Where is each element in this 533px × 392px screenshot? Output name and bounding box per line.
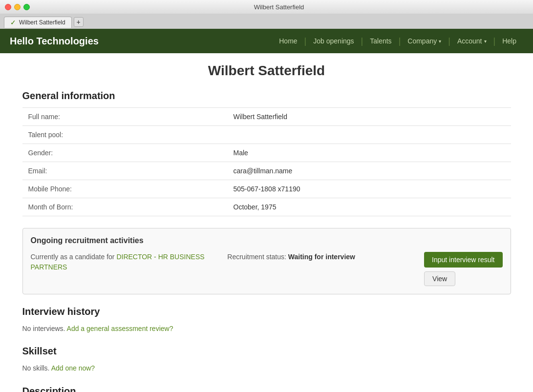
browser-tab[interactable]: ✓ Wilbert Satterfield (4, 17, 72, 28)
recruitment-actions: Input interview result View (424, 252, 502, 286)
nav-talents[interactable]: Talents (363, 37, 398, 45)
skillset-body: No skills. Add one now? (22, 363, 511, 373)
field-label-talentpool: Talent pool: (22, 126, 228, 144)
add-skill-link[interactable]: Add one now? (51, 364, 95, 372)
navbar: Hello Technologies Home | Job openings |… (0, 29, 533, 53)
field-value-talentpool (228, 126, 511, 144)
interview-history-title: Interview history (22, 306, 511, 317)
nav-company-label: Company (407, 37, 437, 45)
general-info-table: Full name: Wilbert Satterfield Talent po… (22, 107, 511, 216)
table-row: Talent pool: (22, 126, 511, 144)
company-dropdown-icon: ▾ (439, 39, 441, 44)
table-row: Email: cara@tillman.name (22, 162, 511, 180)
field-value-email: cara@tillman.name (228, 162, 511, 180)
nav-account-label: Account (457, 37, 482, 45)
nav-help[interactable]: Help (495, 37, 523, 45)
field-label-gender: Gender: (22, 144, 228, 162)
tab-check-icon: ✓ (10, 19, 16, 26)
description-title: Description (22, 386, 511, 392)
table-row: Month of Born: October, 1975 (22, 198, 511, 216)
nav-home[interactable]: Home (272, 37, 304, 45)
field-label-phone: Mobile Phone: (22, 180, 228, 198)
candidate-link[interactable]: DIRECTOR - HR BUSINESS PARTNERS (31, 253, 205, 271)
recruitment-candidate-info: Currently as a candidate for DIRECTOR - … (31, 252, 218, 272)
table-row: Mobile Phone: 505-067-1808 x71190 (22, 180, 511, 198)
title-bar: Wilbert Satterfield (0, 0, 533, 14)
nav-company[interactable]: Company ▾ (401, 37, 448, 45)
view-button[interactable]: View (424, 271, 455, 286)
field-label-email: Email: (22, 162, 228, 180)
maximize-button[interactable] (23, 4, 30, 10)
recruitment-box: Ongoing recruitment activities Currently… (22, 228, 511, 294)
general-info-title: General information (22, 90, 511, 102)
recruitment-row: Currently as a candidate for DIRECTOR - … (31, 252, 503, 286)
table-row: Gender: Male (22, 144, 511, 162)
nav-links: Home | Job openings | Talents | Company … (272, 36, 523, 46)
field-value-fullname: Wilbert Satterfield (228, 108, 511, 126)
table-row: Full name: Wilbert Satterfield (22, 108, 511, 126)
tab-label: Wilbert Satterfield (19, 19, 65, 26)
minimize-button[interactable] (14, 4, 21, 10)
main-content: Wilbert Satterfield General information … (13, 53, 521, 392)
field-value-dob: October, 1975 (228, 198, 511, 216)
nav-account[interactable]: Account ▾ (450, 37, 493, 45)
account-dropdown-icon: ▾ (484, 39, 487, 44)
nav-job-openings[interactable]: Job openings (306, 37, 361, 45)
recruitment-status-info: Recruitment status: Waiting for intervie… (227, 252, 414, 262)
field-label-dob: Month of Born: (22, 198, 228, 216)
window-title: Wilbert Satterfield (30, 3, 528, 11)
input-interview-result-button[interactable]: Input interview result (424, 252, 502, 268)
window-controls (5, 4, 30, 10)
window-chrome: Wilbert Satterfield ✓ Wilbert Satterfiel… (0, 0, 533, 29)
close-button[interactable] (5, 4, 11, 10)
field-label-fullname: Full name: (22, 108, 228, 126)
brand-logo: Hello Technologies (10, 36, 99, 47)
new-tab-button[interactable]: + (74, 17, 84, 27)
page-title: Wilbert Satterfield (22, 63, 511, 79)
interview-history-body: No interviews. Add a general assessment … (22, 323, 511, 334)
field-value-gender: Male (228, 144, 511, 162)
add-assessment-link[interactable]: Add a general assessment review? (67, 325, 173, 332)
recruitment-box-title: Ongoing recruitment activities (31, 236, 503, 245)
skillset-title: Skillset (22, 346, 511, 357)
field-value-phone: 505-067-1808 x71190 (228, 180, 511, 198)
tab-bar: ✓ Wilbert Satterfield + (0, 14, 533, 28)
